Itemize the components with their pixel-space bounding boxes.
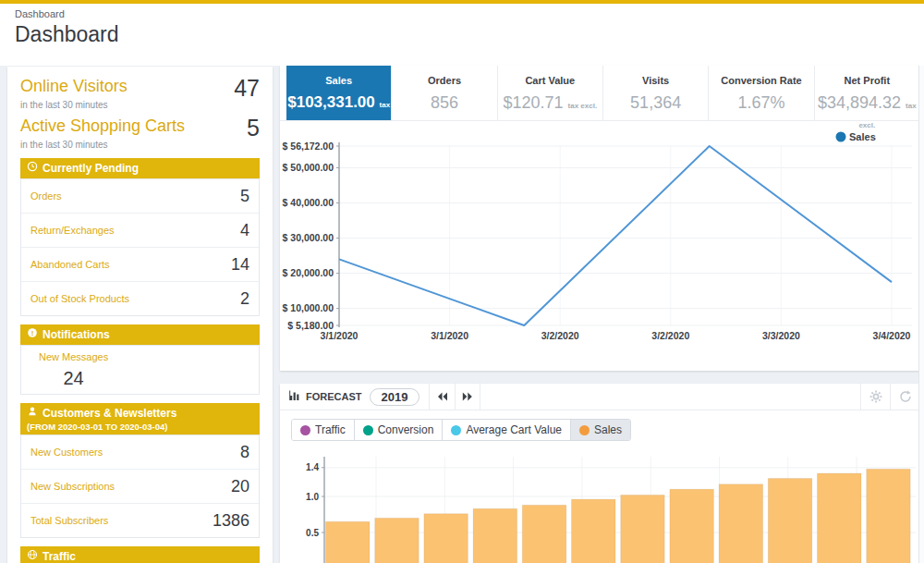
forecast-legend: Traffic Conversion Average Cart Value Sa… — [291, 419, 631, 441]
svg-text:3/2/2020: 3/2/2020 — [651, 330, 689, 341]
page-title: Dashboard — [15, 22, 909, 47]
notifications-section-title: Notifications — [43, 327, 110, 342]
svg-text:3/1/2020: 3/1/2020 — [431, 330, 468, 341]
legend-toggle-sales[interactable]: Sales — [570, 420, 630, 440]
conversion-dot-icon — [363, 425, 373, 435]
bar-chart-icon — [289, 390, 301, 403]
svg-text:0.5: 0.5 — [306, 528, 319, 538]
new-customers-row[interactable]: New Customers 8 — [21, 435, 259, 469]
forecast-title: FORECAST — [306, 391, 362, 402]
legend-toggle-traffic[interactable]: Traffic — [292, 420, 354, 440]
traffic-dot-icon — [300, 425, 310, 435]
svg-text:$ 30,000.00: $ 30,000.00 — [283, 232, 334, 243]
active-carts-sub: in the last 30 minutes — [20, 140, 260, 150]
previous-year-button[interactable] — [430, 384, 455, 410]
kpi-tab-row: Sales $103,331.00 tax excl. Orders 856 C… — [280, 66, 919, 121]
refresh-icon[interactable] — [890, 384, 919, 410]
traffic-section-header: Traffic (FROM 2020-03-01 TO 2020-03-04) — [20, 546, 260, 563]
breadcrumb[interactable]: Dashboard — [15, 8, 909, 19]
customers-list: New Customers 8 New Subscriptions 20 Tot… — [20, 434, 260, 538]
forecast-header: FORECAST 2019 — [280, 384, 919, 410]
svg-text:$ 50,000.00: $ 50,000.00 — [283, 162, 334, 173]
dashboard-sidebar: Online Visitors 47 in the last 30 minute… — [7, 67, 273, 563]
kpi-tab-sales[interactable]: Sales $103,331.00 tax excl. — [286, 66, 392, 120]
forecast-year-pill[interactable]: 2019 — [370, 388, 420, 406]
online-visitors-value: 47 — [234, 77, 260, 100]
online-visitors-label[interactable]: Online Visitors — [20, 77, 128, 96]
notifications-card: New Messages 24 — [20, 345, 260, 395]
customers-section-header: Customers & Newsletters (FROM 2020-03-01… — [20, 403, 260, 434]
notifications-section-header: ! Notifications — [20, 324, 260, 345]
next-year-button[interactable] — [455, 384, 480, 410]
person-icon — [27, 406, 38, 421]
active-carts-label[interactable]: Active Shopping Carts — [20, 116, 185, 136]
scrollbar[interactable] — [918, 66, 924, 563]
svg-text:3/3/2020: 3/3/2020 — [762, 330, 800, 341]
kpi-tab-visits[interactable]: Visits 51,364 — [603, 66, 709, 120]
pending-row-abandoned-carts[interactable]: Abandoned Carts 14 — [21, 247, 259, 281]
legend-toggle-conversion[interactable]: Conversion — [354, 420, 443, 440]
kpi-tab-orders[interactable]: Orders 856 — [392, 66, 497, 120]
sales-dot-icon — [579, 425, 590, 435]
new-messages-item[interactable]: New Messages 24 — [21, 351, 126, 389]
clock-icon — [27, 161, 38, 176]
traffic-section-title: Traffic — [43, 549, 76, 563]
active-carts-stat: Active Shopping Carts 5 in the last 30 m… — [20, 116, 260, 150]
pending-row-orders[interactable]: Orders 5 — [21, 179, 259, 213]
svg-text:3/1/2020: 3/1/2020 — [321, 330, 359, 341]
svg-text:1.4: 1.4 — [306, 462, 319, 472]
average-cart-value-dot-icon — [451, 425, 461, 435]
svg-text:$ 40,000.00: $ 40,000.00 — [283, 197, 334, 208]
online-visitors-stat: Online Visitors 47 in the last 30 minute… — [20, 77, 260, 110]
pending-row-returns[interactable]: Return/Exchanges 4 — [21, 213, 259, 247]
settings-gear-icon[interactable] — [860, 384, 890, 410]
kpi-tab-cart-value[interactable]: Cart Value $120.71 tax excl. — [498, 66, 603, 120]
forecast-bar-chart: 1.41.00.5 — [280, 442, 919, 563]
globe-icon — [27, 549, 38, 563]
customers-section-title: Customers & Newsletters — [43, 406, 176, 421]
new-subscriptions-row[interactable]: New Subscriptions 20 — [21, 469, 259, 503]
forecast-nav — [429, 384, 480, 410]
customers-section-range: (FROM 2020-03-01 TO 2020-03-04) — [27, 422, 253, 432]
forecast-panel: FORECAST 2019 — [280, 384, 919, 563]
svg-text:$ 5,180.00: $ 5,180.00 — [287, 320, 334, 331]
kpi-tab-conversion-rate[interactable]: Conversion Rate 1.67% — [709, 66, 814, 120]
info-icon: ! — [27, 327, 38, 342]
kpi-tab-net-profit[interactable]: Net Profit $34,894.32 tax excl. — [815, 66, 919, 120]
pending-section-header: Currently Pending — [20, 158, 260, 178]
svg-text:$ 56,172.00: $ 56,172.00 — [283, 141, 334, 152]
sales-panel: Sales $103,331.00 tax excl. Orders 856 C… — [280, 66, 919, 371]
svg-text:$ 10,000.00: $ 10,000.00 — [283, 302, 334, 313]
sales-line-chart: $ 56,172.00$ 50,000.00$ 40,000.00$ 30,00… — [280, 121, 919, 369]
svg-text:1.0: 1.0 — [306, 492, 319, 502]
legend-toggle-average-cart-value[interactable]: Average Cart Value — [442, 420, 570, 440]
svg-text:$ 20,000.00: $ 20,000.00 — [283, 267, 334, 278]
pending-section-title: Currently Pending — [43, 161, 139, 176]
svg-text:3/4/2020: 3/4/2020 — [873, 330, 911, 341]
active-carts-value: 5 — [247, 116, 260, 140]
pending-row-out-of-stock[interactable]: Out of Stock Products 2 — [21, 281, 259, 315]
dashboard-content: Online Visitors 47 in the last 30 minute… — [0, 66, 924, 563]
pending-list: Orders 5 Return/Exchanges 4 Abandoned Ca… — [20, 178, 260, 316]
total-subscribers-row[interactable]: Total Subscribers 1386 — [21, 503, 259, 537]
svg-text:Sales: Sales — [849, 131, 876, 142]
online-visitors-sub: in the last 30 minutes — [20, 100, 260, 110]
page-header: Dashboard Dashboard — [0, 4, 924, 66]
svg-text:!: ! — [31, 329, 34, 337]
svg-text:3/2/2020: 3/2/2020 — [541, 330, 579, 341]
